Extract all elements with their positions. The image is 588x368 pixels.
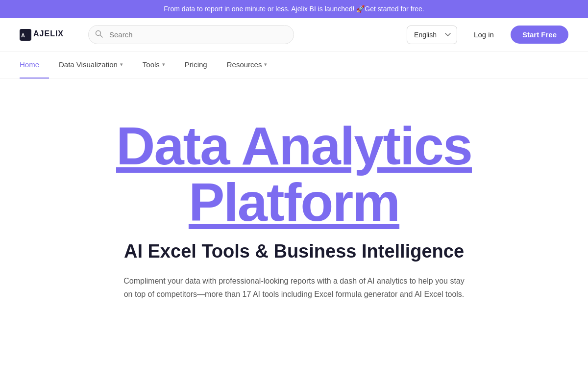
nav-label-data-visualization: Data Visualization (59, 60, 118, 69)
nav-label-resources: Resources (227, 60, 262, 69)
search-container (88, 25, 294, 44)
nav-label-home: Home (20, 60, 39, 69)
nav-label-tools: Tools (143, 60, 160, 69)
header: A AJELIX English Spanish French German L… (0, 18, 588, 52)
svg-line-4 (100, 35, 103, 37)
announcement-text: From data to report in one minute or les… (164, 5, 424, 13)
logo-icon: A (20, 29, 31, 41)
start-free-button[interactable]: Start Free (511, 26, 568, 44)
logo[interactable]: A AJELIX (20, 28, 78, 41)
nav-item-home[interactable]: Home (20, 52, 49, 79)
hero-section: Data Analytics Platform AI Excel Tools &… (0, 79, 588, 334)
nav-item-data-visualization[interactable]: Data Visualization ▾ (49, 52, 133, 79)
svg-text:AJELIX: AJELIX (33, 29, 64, 38)
hero-subtitle: AI Excel Tools & Business Intelligence (124, 240, 464, 263)
svg-text:A: A (21, 32, 25, 38)
search-icon (95, 30, 103, 40)
hero-title-line1: Data Analytics (116, 115, 472, 176)
chevron-down-icon: ▾ (120, 61, 123, 68)
search-input[interactable] (88, 25, 294, 44)
logo-wordmark: AJELIX (33, 28, 77, 39)
announcement-banner: From data to report in one minute or les… (0, 0, 588, 18)
header-right: English Spanish French German Log in Sta… (407, 26, 568, 44)
nav-item-tools[interactable]: Tools ▾ (133, 52, 175, 79)
hero-description: Compliment your data with professional-l… (122, 274, 466, 301)
nav-label-pricing: Pricing (185, 60, 207, 69)
nav-item-pricing[interactable]: Pricing (175, 52, 217, 79)
hero-title: Data Analytics Platform (116, 117, 472, 231)
nav-item-resources[interactable]: Resources ▾ (217, 52, 277, 79)
chevron-down-icon: ▾ (162, 61, 165, 68)
login-button[interactable]: Log in (463, 26, 505, 44)
logo-text: AJELIX (33, 28, 77, 41)
language-select[interactable]: English Spanish French German (407, 26, 457, 44)
hero-title-line2: Platform (189, 172, 399, 232)
chevron-down-icon: ▾ (264, 61, 267, 68)
main-nav: Home Data Visualization ▾ Tools ▾ Pricin… (0, 52, 588, 79)
